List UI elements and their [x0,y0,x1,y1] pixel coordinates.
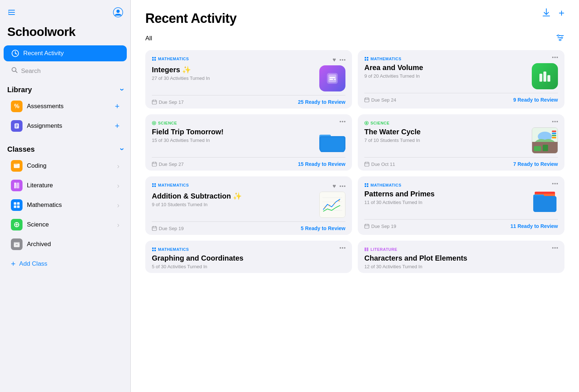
card-integers[interactable]: MATHEMATICS ♥ Integers ✨ 27 of 30 Activi… [145,50,352,109]
field-trip-title: Field Trip Tomorrow! [152,127,315,136]
card-subject-graphing: MATHEMATICS [152,247,189,252]
svg-point-104 [329,205,330,206]
integers-due: Due Sep 17 [152,99,184,105]
card-patterns[interactable]: MATHEMATICS Patterns and Primes 11 of 30… [358,176,564,235]
card-characters[interactable]: LITERATURE Characters and Plot Elements … [358,241,564,273]
classes-chevron-icon[interactable]: › [117,148,126,150]
svg-rect-87 [552,133,556,134]
sidebar-item-coding[interactable]: Coding › [4,156,127,175]
addition-subtitle: 9 of 10 Students Turned In [152,202,315,207]
sidebar: Schoolwork Recent Activity Search Librar… [0,0,131,392]
add-icon[interactable]: + [559,8,564,18]
svg-rect-120 [365,224,369,228]
svg-line-10 [16,71,17,73]
sidebar-item-recent-activity[interactable]: Recent Activity [4,45,127,61]
header-actions: + [541,7,564,19]
card-subject-characters: LITERATURE [364,247,397,252]
svg-rect-113 [365,185,366,187]
svg-rect-44 [154,59,156,61]
sidebar-search[interactable]: Search [4,63,127,79]
sidebar-item-assignments[interactable]: Assignments + [4,117,127,135]
svg-rect-72 [321,138,344,151]
integers-more-icon[interactable] [340,59,345,61]
water-cycle-icon [532,127,558,154]
svg-rect-43 [152,59,154,61]
card-subject-water: SCIENCE [364,121,389,125]
svg-rect-126 [152,250,154,251]
sidebar-item-archived[interactable]: Archived [4,235,127,254]
svg-rect-54 [365,57,366,58]
filter-icon[interactable] [556,33,564,44]
patterns-subtitle: 11 of 30 Activities Turned In [364,200,527,205]
sidebar-item-science[interactable]: Science › [4,215,127,234]
integers-review[interactable]: 25 Ready to Review [298,99,345,105]
assignments-add-icon[interactable]: + [115,121,120,131]
card-subject-patterns: MATHEMATICS [364,183,401,187]
coding-chevron-icon: › [117,162,120,170]
add-class-button[interactable]: + Add Class [4,256,127,272]
card-area-volume[interactable]: MATHEMATICS Area and Volume 9 of 20 Acti… [358,50,564,109]
svg-rect-25 [14,205,16,208]
card-graphing[interactable]: MATHEMATICS Graphing and Coordinates 5 o… [145,241,352,273]
svg-point-18 [16,164,16,165]
svg-rect-26 [17,205,20,208]
svg-rect-88 [552,135,556,136]
svg-point-39 [561,37,563,38]
clock-icon [11,49,20,58]
assessments-add-icon[interactable]: + [115,102,120,111]
graphing-more-icon[interactable] [340,247,345,249]
svg-point-40 [559,39,561,41]
card-field-trip[interactable]: SCIENCE Field Trip Tomorrow! 15 of 30 Ac… [145,114,352,171]
addition-favorite-icon[interactable]: ♥ [333,183,336,189]
mathematics-label: Mathematics [27,201,62,209]
area-review[interactable]: 9 Ready to Review [513,97,558,103]
patterns-review[interactable]: 11 Ready to Review [510,223,558,229]
water-cycle-review[interactable]: 7 Ready to Review [513,161,558,167]
assessments-label: Assessments [27,103,64,110]
svg-rect-97 [154,185,156,187]
library-chevron-icon[interactable]: › [117,88,126,91]
card-water-cycle[interactable]: SCIENCE The Water Cycle 7 of 10 Students… [358,114,564,171]
download-icon[interactable] [541,7,551,19]
field-trip-more-icon[interactable] [340,121,345,122]
svg-rect-94 [152,183,154,185]
filter-row: All [145,33,564,44]
water-cycle-title: The Water Cycle [364,127,527,136]
addition-due: Due Sep 19 [152,226,184,231]
svg-rect-24 [17,202,20,205]
coding-label: Coding [27,162,46,170]
svg-rect-0 [8,10,15,11]
card-addition[interactable]: MATHEMATICS ♥ Addition & Subtraction ✨ 9… [145,176,352,235]
svg-rect-59 [543,72,546,82]
literature-chevron-icon: › [117,181,120,190]
water-cycle-more-icon[interactable] [552,121,558,122]
area-more-icon[interactable] [552,57,558,58]
literature-label: Literature [27,182,53,189]
search-icon [11,66,18,75]
svg-line-8 [15,53,17,54]
user-profile-icon[interactable] [113,7,123,19]
patterns-title: Patterns and Primes [364,189,527,198]
graphing-subtitle: 5 of 30 Activities Turned In [152,264,345,269]
sidebar-item-literature[interactable]: Literature › [4,176,127,195]
addition-review[interactable]: 5 Ready to Review [301,225,345,231]
svg-rect-112 [367,183,368,185]
sidebar-toggle-icon[interactable] [7,8,16,18]
add-class-label: Add Class [19,260,47,268]
integers-favorite-icon[interactable]: ♥ [333,57,336,63]
sidebar-item-assessments[interactable]: % Assessments + [4,97,127,116]
sidebar-item-mathematics[interactable]: Mathematics › [4,196,127,215]
characters-more-icon[interactable] [552,247,558,249]
svg-rect-23 [14,202,16,205]
field-trip-review[interactable]: 15 Ready to Review [298,161,345,167]
svg-rect-95 [154,183,156,185]
svg-rect-89 [552,137,556,138]
assignments-label: Assignments [27,122,62,130]
svg-rect-129 [367,248,368,251]
characters-subtitle: 12 of 30 Activities Turned In [364,264,558,269]
archived-label: Archived [27,241,51,248]
patterns-more-icon[interactable] [552,183,558,184]
svg-rect-86 [552,131,556,132]
sidebar-top-bar [0,7,130,25]
addition-more-icon[interactable] [340,185,345,187]
